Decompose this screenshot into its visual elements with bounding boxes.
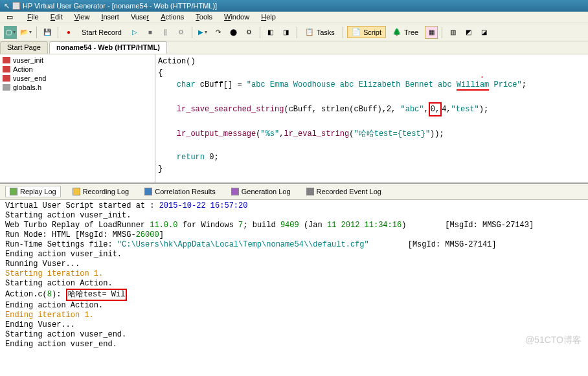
- stop-button[interactable]: ■: [144, 26, 157, 39]
- tool-button[interactable]: ◪: [477, 26, 490, 39]
- menu-window[interactable]: Window: [224, 13, 249, 21]
- log-output[interactable]: Virtual User Script started at : 2015-10…: [0, 200, 588, 349]
- separator: [442, 27, 442, 38]
- tree-label: vuser_init: [13, 56, 43, 64]
- toolbar: ▢ 📂 💾 ● Start Record ▷ ■ ‖ ⚙ ▶ ↷ ⬤ ⚙ ◧ ◨…: [0, 23, 588, 41]
- window-title: HP Virtual User Generator - [noname54 - …: [23, 2, 217, 10]
- recorded-icon: [306, 188, 314, 195]
- menu-view[interactable]: View: [74, 13, 90, 21]
- tree-view-button[interactable]: 🌲Tree: [389, 27, 422, 38]
- separator: [260, 27, 260, 38]
- play-button[interactable]: ▷: [128, 26, 141, 39]
- new-button[interactable]: ▢: [4, 26, 17, 39]
- tree-label: vuser_end: [13, 74, 46, 82]
- pause-button[interactable]: ‖: [159, 26, 172, 39]
- tree-item-globals[interactable]: globals.h: [1, 83, 153, 92]
- code-editor[interactable]: Action() { char cBuff[] = "abc Emma Wood…: [155, 54, 588, 182]
- action-icon: [3, 75, 10, 82]
- menu-edit[interactable]: Edit: [51, 13, 63, 21]
- tab-start-page[interactable]: Start Page: [0, 41, 48, 54]
- view-button[interactable]: ▦: [425, 26, 438, 39]
- script-tree: vuser_init Action vuser_end globals.h: [0, 54, 155, 182]
- record-icon[interactable]: ●: [62, 26, 75, 39]
- replay-icon: [10, 188, 17, 195]
- step-button[interactable]: ↷: [212, 26, 225, 39]
- open-button[interactable]: 📂: [19, 26, 32, 39]
- tree-item-vuser-init[interactable]: vuser_init: [1, 56, 153, 65]
- menu-vuser[interactable]: Vuser: [131, 13, 149, 21]
- tree-item-action[interactable]: Action: [1, 65, 153, 74]
- tasks-button[interactable]: 📋Tasks: [301, 27, 339, 38]
- tree-item-vuser-end[interactable]: vuser_end: [1, 74, 153, 83]
- recording-icon: [73, 188, 80, 195]
- tab-recording-log[interactable]: Recording Log: [69, 186, 133, 197]
- workspace: vuser_init Action vuser_end globals.h Ac…: [0, 54, 588, 184]
- tool-button[interactable]: ◨: [280, 26, 293, 39]
- log-tabs: Replay Log Recording Log Correlation Res…: [0, 184, 588, 200]
- compile-button[interactable]: ⚙: [175, 26, 188, 39]
- separator: [192, 27, 192, 38]
- menu-bar: ▭ FFileile Edit View Insert Vuser Action…: [0, 12, 588, 23]
- tool-button[interactable]: ▥: [446, 26, 459, 39]
- tree-label: globals.h: [13, 83, 41, 91]
- separator: [297, 27, 297, 38]
- file-icon: [3, 84, 10, 91]
- run-button[interactable]: ▶: [196, 26, 209, 39]
- tab-script[interactable]: noname54 - Web (HTTP/HTML): [49, 41, 167, 54]
- title-bar: ↖ HP Virtual User Generator - [noname54 …: [0, 0, 588, 12]
- breakpoint-button[interactable]: ⬤: [227, 26, 240, 39]
- highlight-box: 0,: [429, 102, 442, 116]
- watermark: @51CTO博客: [525, 335, 582, 345]
- menu-tools[interactable]: Tools: [196, 13, 212, 21]
- separator: [36, 27, 37, 38]
- tool-button[interactable]: ◩: [462, 26, 475, 39]
- settings-button[interactable]: ⚙: [243, 26, 256, 39]
- document-tabs: Start Page noname54 - Web (HTTP/HTML): [0, 41, 588, 54]
- app-icon: [12, 2, 20, 10]
- action-icon: [3, 57, 10, 63]
- tool-button[interactable]: ◧: [264, 26, 277, 39]
- menu-actions[interactable]: Actions: [161, 13, 184, 21]
- script-view-button[interactable]: 📄Script: [347, 26, 386, 38]
- action-icon: [3, 66, 10, 72]
- menu-insert[interactable]: Insert: [101, 13, 119, 21]
- save-button[interactable]: 💾: [41, 26, 54, 39]
- menu-file[interactable]: FFileile: [27, 13, 39, 21]
- separator: [58, 27, 58, 38]
- tab-correlation[interactable]: Correlation Results: [141, 186, 220, 197]
- highlight-box: 哈哈test= Wil: [66, 289, 128, 301]
- tab-recorded-event[interactable]: Recorded Event Log: [302, 186, 385, 197]
- menu-help[interactable]: Help: [261, 13, 276, 21]
- tab-generation-log[interactable]: Generation Log: [227, 186, 295, 197]
- start-record-button[interactable]: Start Record: [78, 27, 126, 38]
- tree-label: Action: [13, 65, 33, 73]
- correlation-icon: [144, 188, 152, 195]
- cursor-icon: ↖: [4, 2, 10, 10]
- generation-icon: [231, 188, 239, 195]
- separator: [343, 27, 343, 38]
- window-control-icon[interactable]: ▭: [6, 13, 13, 21]
- tab-replay-log[interactable]: Replay Log: [5, 186, 61, 197]
